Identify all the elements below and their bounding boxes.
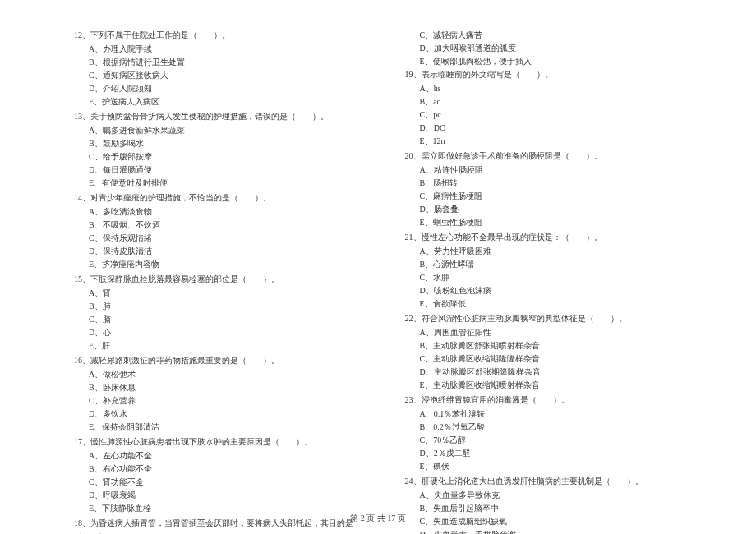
question-option: E、有便意时及时排便 [74,177,368,190]
question-title: 22、符合风湿性心脏病主动脉瓣狭窄的典型体征是（ ）。 [405,312,699,325]
question-block: 24、肝硬化上消化道大出血诱发肝性脑病的主要机制是（ ）。A、失血量多导致休克B… [405,475,699,534]
question-title: 15、下肢深静脉血栓脱落最容易栓塞的部位是（ ）。 [74,273,368,286]
question-block: 23、浸泡纤维胃镜宜用的消毒液是（ ）。A、0.1％苯扎溴铵B、0.2％过氧乙酸… [405,394,699,473]
question-title: 12、下列不属于住院处工作的是（ ）。 [74,29,368,42]
question-block: 19、表示临睡前的外文缩写是（ ）。A、hsB、acC、pcD、DCE、12n [405,68,699,148]
question-option: E、肝 [74,339,368,352]
question-option: E、碘伏 [405,460,699,473]
question-block: 13、关于预防盆骨骨折病人发生便秘的护理措施，错误的是（ ）。A、嘱多进食新鲜水… [74,110,368,190]
question-option: D、心 [74,326,368,339]
question-option: A、粘连性肠梗阻 [405,163,699,177]
question-option: C、水肿 [405,271,699,284]
question-title: 21、慢性左心功能不全最早出现的症状是：（ ）。 [405,231,699,244]
question-block: 16、减轻尿路刺激征的非药物措施最重要的是（ ）。A、做松弛术B、卧床休息C、补… [74,354,368,434]
right-column: C、减轻病人痛苦D、加大咽喉部通道的弧度E、使喉部肌肉松弛，便于插入19、表示临… [380,29,712,534]
question-option: D、呼吸衰竭 [74,489,368,502]
question-option: A、失血量多导致休克 [405,489,699,502]
question-option: B、肠扭转 [405,177,699,190]
question-block: 17、慢性肺源性心脏病患者出现下肢水肿的主要原因是（ ）。A、左心功能不全B、右… [74,435,368,515]
question-option: B、肺 [74,300,368,313]
question-title: 14、对青少年痤疮的护理措施，不恰当的是（ ）。 [74,191,368,205]
question-option: D、咳粉红色泡沫痰 [405,284,699,297]
question-option: D、保持皮肤清洁 [74,245,368,258]
question-block: 15、下肢深静脉血栓脱落最容易栓塞的部位是（ ）。A、肾B、肺C、脑D、心E、肝 [74,273,368,352]
question-option: B、不吸烟、不饮酒 [74,219,368,232]
question-option: C、脑 [74,313,368,326]
page-content: 12、下列不属于住院处工作的是（ ）。A、办理入院手续B、根据病情进行卫生处置C… [0,29,756,534]
question-option: C、肾功能不全 [74,476,368,489]
question-option: C、保持乐观情绪 [74,232,368,245]
question-option: B、鼓励多喝水 [74,137,368,150]
question-option: D、2％戊二醛 [405,447,699,460]
question-option: A、劳力性呼吸困难 [405,245,699,258]
question-option: E、主动脉瓣区收缩期喷射样杂音 [405,379,699,392]
question-option: A、做松弛术 [74,368,368,381]
question-option: E、蛔虫性肠梗阻 [405,216,699,229]
question-option: C、麻痹性肠梗阻 [405,190,699,203]
question-option: A、肾 [74,287,368,300]
question-title: 16、减轻尿路刺激征的非药物措施最重要的是（ ）。 [74,354,368,367]
question-option: E、食欲降低 [405,297,699,311]
question-option: C、减轻病人痛苦 [405,29,699,42]
question-option: C、通知病区接收病人 [74,69,368,82]
question-block: 12、下列不属于住院处工作的是（ ）。A、办理入院手续B、根据病情进行卫生处置C… [74,29,368,108]
question-title: 24、肝硬化上消化道大出血诱发肝性脑病的主要机制是（ ）。 [405,475,699,488]
question-option: C、主动脉瓣区收缩期隆隆样杂音 [405,352,699,366]
question-option: A、周围血管征阳性 [405,326,699,339]
question-option: B、右心功能不全 [74,463,368,476]
question-option: A、多吃清淡食物 [74,205,368,219]
question-option: D、介绍人院须知 [74,82,368,95]
question-option: C、pc [405,108,699,122]
question-option: B、根据病情进行卫生处置 [74,56,368,69]
question-option: E、挤净痤疮内容物 [74,258,368,271]
question-block: 22、符合风湿性心脏病主动脉瓣狭窄的典型体征是（ ）。A、周围血管征阳性B、主动… [405,312,699,392]
question-option: E、12n [405,135,699,148]
question-option: A、左心功能不全 [74,449,368,463]
left-column: 12、下列不属于住院处工作的是（ ）。A、办理入院手续B、根据病情进行卫生处置C… [45,29,380,534]
question-option: D、多饮水 [74,407,368,421]
question-option: D、DC [405,122,699,135]
question-title: 17、慢性肺源性心脏病患者出现下肢水肿的主要原因是（ ）。 [74,435,368,449]
question-title: 13、关于预防盆骨骨折病人发生便秘的护理措施，错误的是（ ）。 [74,110,368,123]
question-option: E、保持会阴部清洁 [74,421,368,434]
question-option: E、护送病人入病区 [74,95,368,108]
question-option: A、hs [405,82,699,95]
question-option: D、主动脉瓣区舒张期隆隆样杂音 [405,366,699,379]
question-option: B、ac [405,95,699,108]
question-title: 23、浸泡纤维胃镜宜用的消毒液是（ ）。 [405,394,699,407]
question-option: A、嘱多进食新鲜水果蔬菜 [74,124,368,137]
question-option: A、办理入院手续 [74,43,368,56]
question-option: D、加大咽喉部通道的弧度 [405,42,699,55]
question-option: C、给予腹部按摩 [74,150,368,163]
question-title: 20、需立即做好急诊手术前准备的肠梗阻是（ ）。 [405,150,699,163]
question-option: B、卧床休息 [74,381,368,394]
question-block: 21、慢性左心功能不全最早出现的症状是：（ ）。A、劳力性呼吸困难B、心源性哮喘… [405,231,699,311]
question-option: B、0.2％过氧乙酸 [405,421,699,434]
question-option: B、心源性哮喘 [405,258,699,271]
page-footer: 第 2 页 共 17 页 [0,513,756,524]
question-option: B、主动脉瓣区舒张期喷射样杂音 [405,339,699,352]
question-block: 20、需立即做好急诊手术前准备的肠梗阻是（ ）。A、粘连性肠梗阻B、肠扭转C、麻… [405,150,699,229]
question-title: 19、表示临睡前的外文缩写是（ ）。 [405,68,699,81]
question-option: E、使喉部肌肉松弛，便于插入 [405,55,699,68]
question-option: C、补充营养 [74,394,368,407]
question-block: 14、对青少年痤疮的护理措施，不恰当的是（ ）。A、多吃清淡食物B、不吸烟、不饮… [74,191,368,271]
question-option: D、肠套叠 [405,203,699,216]
question-option: D、失血量大，干扰脑代谢 [405,528,699,534]
question-option: C、70％乙醇 [405,434,699,447]
question-option: A、0.1％苯扎溴铵 [405,407,699,421]
question-option: D、每日灌肠通便 [74,163,368,177]
